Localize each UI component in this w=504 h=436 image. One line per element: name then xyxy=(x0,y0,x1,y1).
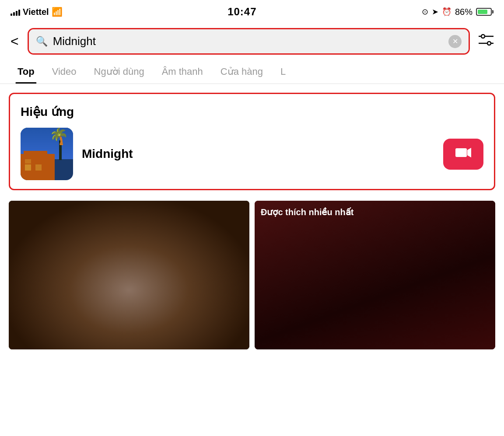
status-right: ⊙ ➤ ⏰ 86% xyxy=(422,7,492,17)
svg-point-1 xyxy=(481,35,485,38)
effect-item: 🌴 Midnight xyxy=(21,128,483,180)
tab-sound[interactable]: Âm thanh xyxy=(153,59,212,84)
effect-thumbnail: 🌴 xyxy=(21,128,73,180)
status-bar: Viettel 📶 10:47 ⊙ ➤ ⏰ 86% xyxy=(0,0,504,24)
tab-store[interactable]: Cửa hàng xyxy=(212,59,272,84)
search-icon: 🔍 xyxy=(36,36,48,47)
wifi-icon: 📶 xyxy=(52,7,63,17)
video-thumbnail-left[interactable] xyxy=(9,201,249,349)
search-box-wrapper: 🔍 Midnight ✕ xyxy=(28,28,470,55)
video-thumbnail-right[interactable]: Được thích nhiều nhất xyxy=(255,201,495,349)
signal-icon xyxy=(10,8,20,16)
search-input[interactable]: Midnight xyxy=(53,35,443,48)
alarm-icon: ⏰ xyxy=(442,7,452,17)
back-button[interactable]: < xyxy=(9,31,21,51)
video-grid: Được thích nhiều nhất xyxy=(9,201,495,349)
location-icon: ⊙ xyxy=(422,7,428,17)
status-left: Viettel 📶 xyxy=(10,7,63,17)
battery-percent: 86% xyxy=(455,7,472,17)
svg-rect-4 xyxy=(455,148,467,157)
navigation-icon: ➤ xyxy=(432,7,438,17)
search-row: < 🔍 Midnight ✕ xyxy=(0,24,504,59)
record-button[interactable] xyxy=(443,139,483,170)
effect-name: Midnight xyxy=(82,147,434,161)
effects-title: Hiệu ứng xyxy=(21,105,483,119)
search-box: 🔍 Midnight ✕ xyxy=(29,29,469,53)
tab-video[interactable]: Video xyxy=(43,59,85,84)
filter-button[interactable] xyxy=(477,32,495,51)
main-content: Hiệu ứng 🌴 Midnight xyxy=(0,84,504,358)
camera-icon xyxy=(455,146,471,162)
tab-top[interactable]: Top xyxy=(9,59,43,84)
svg-point-3 xyxy=(487,42,491,45)
svg-marker-5 xyxy=(467,148,471,157)
tab-more[interactable]: L xyxy=(272,59,294,84)
video-label-right: Được thích nhiều nhất xyxy=(261,207,354,217)
tab-bar: Top Video Người dùng Âm thanh Cửa hàng L xyxy=(0,59,504,84)
tab-users[interactable]: Người dùng xyxy=(85,59,153,84)
battery-icon xyxy=(476,8,492,16)
carrier-label: Viettel xyxy=(23,7,49,17)
clock: 10:47 xyxy=(228,6,256,18)
clear-button[interactable]: ✕ xyxy=(448,35,462,48)
effects-card: Hiệu ứng 🌴 Midnight xyxy=(9,93,495,190)
